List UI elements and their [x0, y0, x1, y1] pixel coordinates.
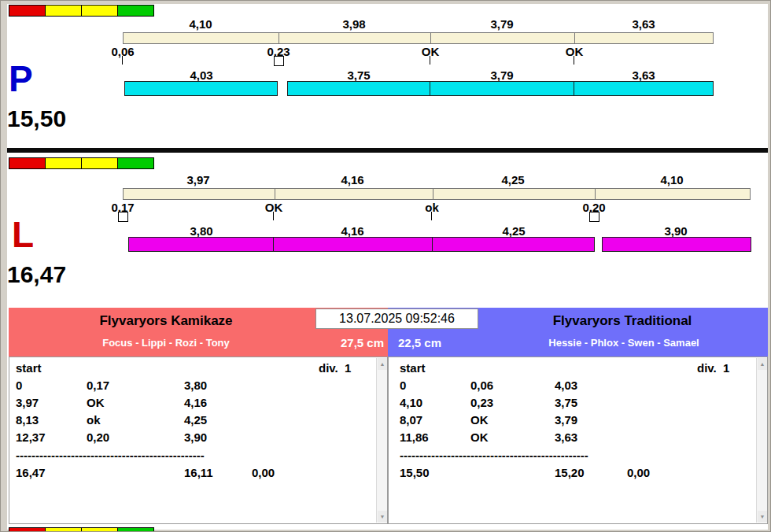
start-label: start	[16, 362, 42, 375]
status-block-yellow-1	[45, 157, 82, 169]
lane-p-status-blocks	[9, 5, 154, 17]
left-list-scrollbar[interactable]: ▲ ▼	[376, 358, 387, 523]
team-left-dog-names: Focus - Lippi - Rozi - Tony	[9, 337, 323, 349]
list-cell: 0,06	[470, 379, 493, 392]
list-cell: 3,63	[555, 431, 577, 444]
status-block-green	[117, 5, 154, 17]
timestamp: 13.07.2025 09:52:46	[315, 308, 478, 329]
lane-p-segment-time-4: 3,63	[620, 18, 667, 30]
lane-p-run-time-4: 3,63	[620, 69, 667, 81]
fault-indicator-box	[274, 56, 284, 66]
team-left-sum: 16,11	[184, 467, 213, 479]
lane-l-segment-time-1: 3,97	[175, 174, 222, 186]
scroll-up-icon[interactable]: ▲	[758, 358, 767, 370]
lane-p-run-bar-3	[430, 81, 574, 96]
status-block-yellow-2	[81, 527, 118, 532]
list-cell: ok	[87, 414, 101, 427]
list-cell: OK	[470, 431, 489, 444]
separator-line: ----------------------------------------…	[16, 449, 205, 462]
status-block-yellow-2	[81, 157, 118, 169]
list-cell: 3,75	[555, 397, 577, 409]
team-right-name: Flyvaryors Traditional	[465, 313, 771, 329]
team-left-total: 16,47	[16, 467, 46, 479]
lane-l-run-bar-3	[432, 237, 595, 252]
team-left-name: Flyvaryors Kamikaze	[9, 313, 323, 329]
timing-window: 4,10 3,98 3,79 3,63 0,06 0,23 OK OK P 4,…	[0, 0, 771, 532]
team-right-sum: 15,20	[555, 467, 585, 479]
team-right-jump-height: 22,5 cm	[398, 336, 441, 349]
lane-l-status-blocks	[9, 157, 154, 169]
pass-tick-marker	[427, 212, 437, 221]
scroll-up-icon[interactable]: ▲	[378, 358, 387, 370]
next-lane-status-blocks	[9, 527, 154, 532]
status-block-yellow-1	[45, 527, 82, 532]
status-block-yellow-2	[81, 5, 118, 17]
list-cell: 0,17	[87, 379, 109, 392]
lane-l-segment-time-2: 4,16	[329, 174, 376, 186]
lane-p-run-time-2: 3,75	[335, 69, 382, 81]
list-cell: 3,97	[16, 397, 39, 409]
scroll-down-icon[interactable]: ▼	[378, 511, 387, 523]
list-cell: OK	[87, 397, 105, 409]
list-cell: 3,90	[184, 431, 207, 444]
lane-p-run-bar-2	[287, 81, 430, 96]
lane-p-total-time: 15,50	[7, 107, 66, 131]
fault-indicator-box	[589, 212, 599, 222]
team-right-result-list[interactable]: start div. 1 0 0,06 4,03 4,10 0,23 3,75 …	[388, 357, 768, 524]
team-left-penalty: 0,00	[252, 467, 275, 479]
scale-divider	[279, 33, 279, 43]
scale-divider	[433, 189, 433, 199]
lane-l-run-bar-4	[602, 237, 751, 252]
separator-line: ----------------------------------------…	[400, 449, 588, 462]
team-left-jump-height: 27,5 cm	[341, 336, 384, 349]
pass-tick-marker	[118, 56, 127, 65]
lane-p-segment-time-3: 3,79	[478, 18, 526, 30]
right-list-scrollbar[interactable]: ▲ ▼	[756, 358, 767, 523]
status-block-red	[9, 527, 46, 532]
lane-l-segment-time-3: 4,25	[489, 174, 537, 186]
lane-p-segment-time-1: 4,10	[177, 18, 224, 30]
status-block-yellow-1	[45, 5, 82, 17]
team-left-result-list[interactable]: start div. 1 0 0,17 3,80 3,97 OK 4,16 8,…	[9, 357, 388, 524]
status-block-red	[9, 157, 46, 169]
status-block-green	[117, 157, 154, 169]
lane-p-segment-time-2: 3,98	[330, 18, 378, 30]
lane-p-run-time-3: 3,79	[478, 69, 526, 81]
list-cell: 0	[16, 379, 22, 392]
lane-divider	[7, 148, 768, 153]
lane-p-letter: P	[9, 61, 33, 97]
division-label: div. 1	[319, 362, 351, 375]
list-cell: 8,07	[400, 414, 422, 427]
lane-l-segment-time-4: 4,10	[648, 174, 695, 186]
scroll-down-icon[interactable]: ▼	[758, 511, 767, 523]
list-cell: 0,20	[87, 431, 109, 444]
list-cell: 4,25	[184, 414, 207, 427]
lane-l-run-time-1: 3,80	[178, 225, 225, 237]
list-cell: 4,16	[184, 397, 207, 409]
division-label: div. 1	[697, 362, 729, 375]
lane-l-run-bar-1	[128, 237, 274, 252]
lane-p-run-bar-4	[574, 81, 714, 96]
pass-tick-marker	[269, 212, 279, 221]
lane-p-scale-bar	[123, 32, 714, 44]
pass-tick-marker	[570, 56, 579, 65]
lane-l-run-time-2: 4,16	[329, 225, 376, 237]
lane-p-run-time-1: 4,03	[178, 69, 225, 81]
team-right-penalty: 0,00	[627, 467, 650, 479]
list-cell: 3,79	[555, 414, 577, 427]
list-cell: 4,03	[555, 379, 577, 392]
fault-indicator-box	[118, 212, 128, 222]
list-cell: 12,37	[16, 431, 46, 444]
pass-tick-marker	[426, 56, 435, 65]
scale-divider	[430, 33, 431, 43]
list-cell: 4,10	[400, 397, 422, 409]
lane-p-run-bar-1	[124, 81, 278, 96]
scale-divider	[595, 189, 596, 199]
team-right-dog-names: Hessie - Phlox - Swen - Samael	[467, 337, 771, 349]
lane-l-run-time-4: 3,90	[652, 225, 699, 237]
lane-l-total-time: 16,47	[7, 263, 66, 286]
lane-l-scale-bar	[123, 188, 751, 200]
list-cell: 0	[400, 379, 406, 392]
list-cell: OK	[470, 414, 489, 427]
scale-divider	[574, 33, 575, 43]
